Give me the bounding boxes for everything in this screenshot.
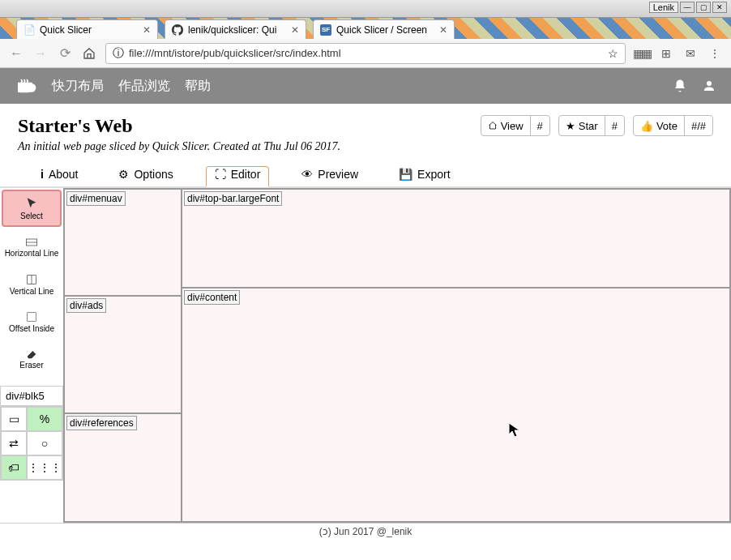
footer: (ɔ) Jun 2017 @_lenik [0, 523, 731, 541]
grid-ruler-button[interactable]: ▭ [1, 407, 27, 431]
tool-eraser[interactable]: Eraser [0, 340, 63, 378]
tool-vertical-line[interactable]: Vertical Line [0, 266, 63, 303]
tool-select[interactable]: Select [2, 190, 62, 227]
title-row: Starter's Web An initial web page sliced… [0, 104, 731, 158]
tab-title: lenik/quickslicer: Qui [188, 24, 286, 36]
window-maximize-button[interactable]: ▢ [696, 2, 711, 13]
offset-icon [26, 311, 37, 323]
nav-browse[interactable]: 作品浏览 [118, 78, 170, 95]
browser-tab-strip: 📄 Quick Slicer ✕ lenik/quickslicer: Qui … [0, 18, 731, 39]
eye-icon: 👁 [301, 168, 313, 181]
vote-button-group: 👍Vote #/# [633, 115, 713, 136]
home-button[interactable] [81, 45, 97, 62]
cursor-icon [25, 197, 38, 210]
hline-icon [25, 237, 38, 247]
browser-tab[interactable]: SF Quick Slicer / Screen ✕ [313, 19, 455, 39]
sf-icon: SF [320, 24, 331, 36]
region-label: div#ads [66, 298, 106, 313]
extension-icon[interactable]: ⊞ [658, 45, 674, 62]
tab-options[interactable]: ⚙Options [110, 166, 181, 186]
window-close-button[interactable]: ✕ [712, 2, 727, 13]
page-title: Starter's Web [18, 115, 481, 137]
grid-percent-button[interactable]: % [27, 407, 62, 431]
view-button-group: View # [481, 115, 550, 136]
nav-layout[interactable]: 快刀布局 [52, 78, 104, 95]
region-label: div#menuav [66, 191, 126, 206]
tab-editor[interactable]: ⛶Editor [206, 166, 270, 187]
tab-preview[interactable]: 👁Preview [293, 166, 366, 186]
toolbox-grid: ▭ % ⇄ ○ 🏷 ⋮⋮⋮ [0, 406, 63, 481]
back-button[interactable]: ← [8, 45, 24, 62]
tab-title: Quick Slicer / Screen [336, 24, 434, 36]
view-count: # [531, 116, 549, 135]
tab-title: Quick Slicer [40, 24, 138, 36]
grid-dots-button[interactable]: ⋮⋮⋮ [27, 455, 62, 480]
bell-icon[interactable] [673, 79, 687, 93]
mail-icon[interactable]: ✉ [682, 45, 699, 62]
star-button-group: ★Star # [558, 115, 625, 136]
grid-tag-button[interactable]: 🏷 [1, 455, 27, 480]
crop-icon: ⛶ [215, 168, 226, 181]
region-topbar[interactable]: div#top-bar.largeFont [182, 189, 730, 288]
svg-rect-4 [28, 312, 36, 321]
star-count: # [605, 116, 624, 135]
user-icon[interactable] [702, 79, 716, 93]
save-icon: 💾 [399, 168, 413, 181]
editor-canvas[interactable]: div#menuav div#top-bar.largeFont div#ads… [63, 188, 731, 523]
close-icon[interactable]: ✕ [143, 24, 151, 36]
info-icon[interactable]: ⓘ [113, 46, 124, 61]
window-title: Lenik [649, 2, 678, 13]
star-icon: ★ [566, 120, 575, 132]
close-icon[interactable]: ✕ [439, 24, 447, 36]
view-button[interactable]: View [481, 116, 531, 135]
region-references[interactable]: div#references [64, 413, 182, 522]
url-bar[interactable]: ⓘ file:///mnt/istore/pub/quickslicer/src… [105, 43, 626, 64]
home-icon [488, 121, 498, 130]
grid-swap-button[interactable]: ⇄ [1, 431, 27, 455]
app-header: 快刀布局 作品浏览 帮助 [0, 68, 731, 104]
editor-area: Select Horizontal Line Vertical Line Off… [0, 187, 731, 523]
page-icon: 📄 [24, 24, 35, 36]
browser-toolbar: ← → ⟳ ⓘ file:///mnt/istore/pub/quickslic… [0, 39, 731, 68]
grid-circle-button[interactable]: ○ [27, 431, 62, 455]
nav-help[interactable]: 帮助 [185, 78, 211, 95]
vline-icon [25, 274, 38, 285]
reload-button[interactable]: ⟳ [57, 45, 73, 62]
qr-icon[interactable]: ▦▦ [634, 45, 650, 62]
region-label: div#top-bar.largeFont [184, 191, 282, 206]
region-ads[interactable]: div#ads [64, 296, 182, 413]
region-label: div#content [184, 290, 240, 305]
github-icon [172, 24, 183, 36]
page-subtitle: An initial web page sliced by Quick Slic… [18, 140, 481, 153]
info-icon: i [41, 168, 44, 181]
tool-offset-inside[interactable]: Offset Inside [0, 303, 63, 340]
tool-horizontal-line[interactable]: Horizontal Line [0, 229, 63, 266]
vote-button[interactable]: 👍Vote [634, 116, 685, 135]
tabs-row: iAbout ⚙Options ⛶Editor 👁Preview 💾Export [0, 158, 731, 187]
browser-tab[interactable]: 📄 Quick Slicer ✕ [16, 19, 158, 39]
app-logo-icon[interactable] [15, 75, 37, 97]
window-minimize-button[interactable]: — [680, 2, 695, 13]
tab-about[interactable]: iAbout [32, 166, 86, 186]
vote-count: #/# [685, 116, 712, 135]
current-element-id[interactable]: div#blk5 [0, 386, 63, 406]
star-button[interactable]: ★Star [559, 116, 605, 135]
close-icon[interactable]: ✕ [291, 24, 299, 36]
toolbox: Select Horizontal Line Vertical Line Off… [0, 188, 63, 523]
region-content[interactable]: div#content [182, 288, 730, 522]
url-text: file:///mnt/istore/pub/quickslicer/src/i… [129, 47, 603, 59]
region-label: div#references [66, 416, 137, 430]
eraser-icon [25, 349, 38, 359]
bookmark-icon[interactable]: ☆ [608, 47, 618, 60]
menu-icon[interactable]: ⋮ [707, 45, 723, 62]
browser-tab[interactable]: lenik/quickslicer: Qui ✕ [165, 19, 306, 39]
gear-icon: ⚙ [118, 168, 129, 181]
tab-export[interactable]: 💾Export [391, 166, 458, 186]
forward-button[interactable]: → [32, 45, 49, 62]
region-menuav[interactable]: div#menuav [64, 189, 182, 296]
thumbs-up-icon: 👍 [640, 120, 653, 132]
window-titlebar: Lenik — ▢ ✕ [0, 0, 731, 18]
